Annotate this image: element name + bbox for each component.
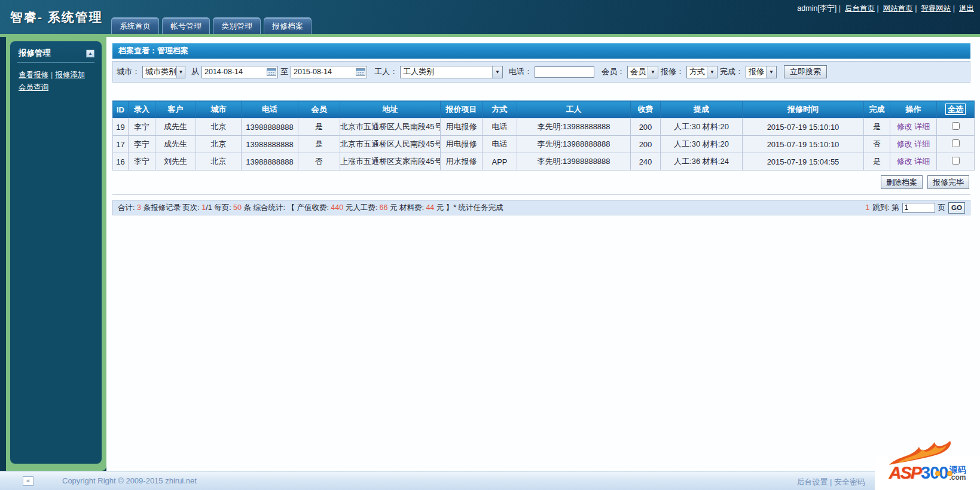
column-header-9: 工人 <box>517 101 631 118</box>
cell-select <box>937 118 975 136</box>
table-body: 19李宁成先生北京13988888888是北京市五通桥区人民南段45号用电报修电… <box>113 118 975 171</box>
logged-in-user: admin[李宁] <box>797 4 836 13</box>
top-header: 智睿- 系统管理 admin[李宁] | 后台首页 | 网站首页 | 智睿网站 … <box>0 0 980 34</box>
cell-project: 用水报修 <box>441 153 483 171</box>
cell-address: 北京市五通桥区人民南段45号 <box>340 118 441 136</box>
sidebar-title: 报修管理 <box>19 48 51 59</box>
cell-member: 是 <box>298 118 340 136</box>
footer-links[interactable]: 后台设置 | 安全密码 <box>796 477 865 488</box>
cell-worker: 李先明:13988888888 <box>517 136 631 153</box>
app-logo: 智睿- 系统管理 <box>10 9 103 26</box>
sidebar-link-b0[interactable]: 会员查询 <box>19 83 48 92</box>
jump-label: 跳到: 第 <box>872 203 899 213</box>
top-links: admin[李宁] | 后台首页 | 网站首页 | 智睿网站 | 退出 <box>797 4 974 14</box>
header-link-3[interactable]: 退出 <box>959 4 974 13</box>
column-header-4: 电话 <box>242 101 298 118</box>
op-link-修改[interactable]: 修改 <box>897 139 912 148</box>
chevron-down-icon: ▼ <box>766 66 776 78</box>
calendar-icon[interactable] <box>356 68 365 76</box>
tab-2[interactable]: 类别管理 <box>213 17 261 34</box>
column-header-13: 完成 <box>864 101 890 118</box>
finish-select[interactable]: 报修 ▼ <box>746 66 777 78</box>
column-header-10: 收费 <box>631 101 661 118</box>
sidebar-link-0[interactable]: 查看报修 <box>19 71 48 79</box>
summary-number: 66 <box>380 203 388 212</box>
op-link-修改[interactable]: 修改 <box>897 157 912 166</box>
date-to-input[interactable] <box>291 67 356 77</box>
header-link-0[interactable]: 后台首页 <box>845 4 875 13</box>
filter-bar: 城市： 城市类别 ▼ 从 至 <box>112 61 970 83</box>
separator: | <box>836 4 845 13</box>
column-header-3: 城市 <box>196 101 242 118</box>
row-checkbox[interactable] <box>952 139 960 147</box>
cell-method: 电话 <box>483 136 517 153</box>
jump-page-input[interactable] <box>902 203 935 213</box>
op-link-详细[interactable]: 详细 <box>914 139 930 148</box>
date-from-input[interactable] <box>202 67 267 77</box>
cell-phone: 13988888888 <box>242 118 298 136</box>
city-select[interactable]: 城市类别 ▼ <box>142 66 185 78</box>
tab-1[interactable]: 帐号管理 <box>162 17 210 34</box>
collapse-panel-icon[interactable]: ▲ <box>86 50 94 57</box>
go-button[interactable]: GO <box>948 202 965 214</box>
member-select[interactable]: 会员 ▼ <box>627 66 658 78</box>
cell-id: 16 <box>113 153 129 171</box>
column-header-1: 录入 <box>129 101 155 118</box>
search-button[interactable]: 立即搜索 <box>784 65 827 78</box>
cell-operations: 修改 详细 <box>890 118 937 136</box>
cell-commission: 人工:30 材料:20 <box>661 118 743 136</box>
footer-bar: « Copyright Right © 2009-2015 zhirui.net… <box>0 471 980 490</box>
op-link-详细[interactable]: 详细 <box>914 122 930 131</box>
tab-0[interactable]: 系统首页 <box>111 17 159 34</box>
cell-project: 用电报修 <box>441 118 483 136</box>
cell-address: 上涨市五通桥区支家南段45号 <box>340 153 441 171</box>
op-link-修改[interactable]: 修改 <box>897 122 912 131</box>
calendar-icon[interactable] <box>267 68 276 76</box>
cell-id: 19 <box>113 118 129 136</box>
header-link-1[interactable]: 网站首页 <box>883 4 913 13</box>
phone-input[interactable] <box>535 66 594 78</box>
select-all-toggle[interactable]: 全选 <box>945 104 966 115</box>
cell-worker: 李先明:13988888888 <box>517 153 631 171</box>
page-unit-label: 页 <box>938 203 946 213</box>
action-button-0[interactable]: 删除档案 <box>881 175 923 189</box>
cell-select <box>937 153 975 171</box>
finish-label: 完成： <box>720 66 743 77</box>
summary-number: 3 <box>137 203 141 212</box>
records-table: ID录入客户城市电话会员地址报价项目方式工人收费提成报修时间完成操作全选 19李… <box>112 101 975 171</box>
cell-address: 北京市五通桥区人民南段45号 <box>340 136 441 153</box>
column-header-7: 报价项目 <box>441 101 483 118</box>
cell-operations: 修改 详细 <box>890 153 937 171</box>
cell-done: 是 <box>864 153 890 171</box>
header-link-2[interactable]: 智睿网站 <box>921 4 951 13</box>
cell-project: 用电报修 <box>441 136 483 153</box>
sidebar-link-1[interactable]: 报修添加 <box>55 71 85 79</box>
op-link-详细[interactable]: 详细 <box>914 157 930 166</box>
chevron-down-icon: ▼ <box>648 66 658 78</box>
separator: | <box>875 4 883 13</box>
tab-3[interactable]: 报修档案 <box>264 17 312 34</box>
summary-text-part: 条 综合统计: 【 产值收费: <box>242 203 331 212</box>
main-content: 档案查看：管理档案 城市： 城市类别 ▼ 从 <box>106 37 980 471</box>
cell-entry: 李宁 <box>129 153 155 171</box>
repair-select[interactable]: 方式 ▼ <box>686 66 718 78</box>
summary-text-part: 合计: <box>118 203 137 212</box>
worker-select[interactable]: 工人类别 ▼ <box>400 66 503 78</box>
row-checkbox[interactable] <box>952 122 960 130</box>
cell-phone: 13988888888 <box>242 136 298 153</box>
table-header-row: ID录入客户城市电话会员地址报价项目方式工人收费提成报修时间完成操作全选 <box>113 101 975 118</box>
cell-fee: 200 <box>631 136 661 153</box>
chevron-down-icon: ▼ <box>176 66 185 78</box>
sidebar-links-row2: 会员查询 <box>19 81 93 94</box>
sidebar-column: 报修管理 ▲ 查看报修|报修添加 会员查询 <box>0 37 106 471</box>
column-header-5: 会员 <box>298 101 340 118</box>
column-header-15: 全选 <box>937 101 975 118</box>
cell-time: 2015-07-19 15:04:55 <box>743 153 864 171</box>
row-checkbox[interactable] <box>952 157 960 165</box>
date-from-box <box>202 66 278 78</box>
sidebar-panel: 报修管理 ▲ 查看报修|报修添加 会员查询 <box>10 41 102 464</box>
action-button-1[interactable]: 报修完毕 <box>927 175 969 189</box>
cell-method: 电话 <box>483 118 517 136</box>
city-label: 城市： <box>117 66 140 77</box>
footer-collapse-button[interactable]: « <box>23 476 33 486</box>
